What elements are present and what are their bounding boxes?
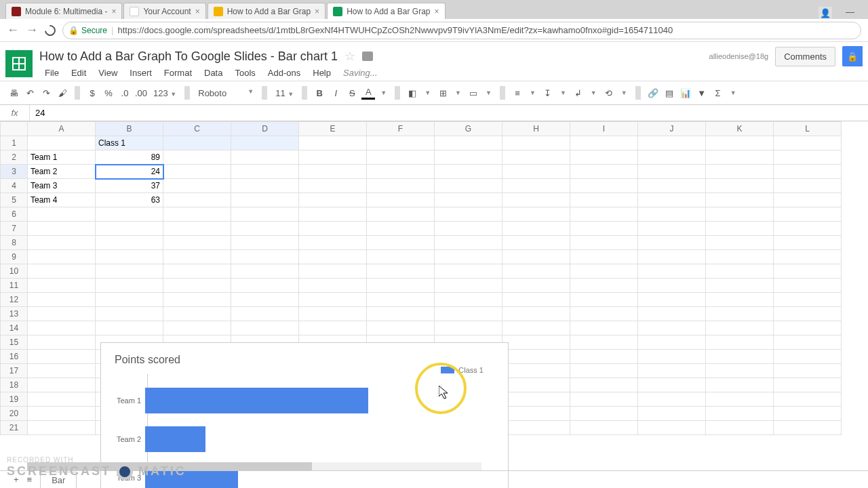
cell-B2[interactable]: 89 bbox=[96, 150, 163, 165]
link-icon[interactable]: 🔗 bbox=[646, 85, 660, 101]
column-header[interactable]: B bbox=[96, 122, 163, 136]
cell-C7[interactable] bbox=[163, 222, 231, 236]
cell-G7[interactable] bbox=[435, 222, 502, 236]
cell-J17[interactable] bbox=[638, 364, 706, 378]
cell-A19[interactable] bbox=[28, 392, 96, 407]
row-header[interactable]: 15 bbox=[1, 336, 28, 350]
cell-G14[interactable] bbox=[435, 321, 502, 336]
cell-L14[interactable] bbox=[774, 321, 842, 336]
cell-G13[interactable] bbox=[435, 307, 502, 321]
cell-B1[interactable]: Class 1 bbox=[96, 136, 163, 150]
cell-F2[interactable] bbox=[367, 150, 435, 165]
row-header[interactable]: 16 bbox=[1, 350, 28, 364]
cell-E14[interactable] bbox=[299, 321, 367, 336]
cell-J21[interactable] bbox=[638, 421, 706, 435]
cell-K13[interactable] bbox=[706, 307, 774, 321]
column-header[interactable]: D bbox=[231, 122, 299, 136]
cell-A16[interactable] bbox=[28, 350, 96, 364]
cell-I5[interactable] bbox=[570, 193, 638, 207]
cell-J11[interactable] bbox=[638, 279, 706, 293]
cell-K18[interactable] bbox=[706, 378, 774, 392]
cell-E13[interactable] bbox=[299, 307, 367, 321]
row-header[interactable]: 10 bbox=[1, 264, 28, 279]
cell-J15[interactable] bbox=[638, 336, 706, 350]
cell-D6[interactable] bbox=[231, 207, 299, 222]
cell-K5[interactable] bbox=[706, 193, 774, 207]
row-header[interactable]: 1 bbox=[1, 136, 28, 150]
cell-K12[interactable] bbox=[706, 293, 774, 307]
cell-G1[interactable] bbox=[435, 136, 502, 150]
cell-B5[interactable]: 63 bbox=[96, 193, 163, 207]
row-header[interactable]: 12 bbox=[1, 293, 28, 307]
cell-I9[interactable] bbox=[570, 250, 638, 264]
cell-K17[interactable] bbox=[706, 364, 774, 378]
cell-I21[interactable] bbox=[570, 421, 638, 435]
cell-J5[interactable] bbox=[638, 193, 706, 207]
row-header[interactable]: 19 bbox=[1, 392, 28, 407]
cell-A17[interactable] bbox=[28, 364, 96, 378]
cell-I12[interactable] bbox=[570, 293, 638, 307]
cell-L8[interactable] bbox=[774, 236, 842, 250]
cell-L11[interactable] bbox=[774, 279, 842, 293]
cell-J8[interactable] bbox=[638, 236, 706, 250]
cell-K16[interactable] bbox=[706, 350, 774, 364]
cell-J14[interactable] bbox=[638, 321, 706, 336]
menu-file[interactable]: File bbox=[39, 65, 64, 81]
cell-K20[interactable] bbox=[706, 407, 774, 421]
close-icon[interactable]: × bbox=[111, 7, 116, 16]
browser-tab-active[interactable]: How to Add a Bar Grap × bbox=[327, 3, 445, 19]
cell-H3[interactable] bbox=[502, 165, 570, 179]
folder-icon[interactable] bbox=[362, 52, 373, 61]
comments-button[interactable]: Comments bbox=[775, 47, 835, 66]
cell-K8[interactable] bbox=[706, 236, 774, 250]
cell-C3[interactable] bbox=[163, 165, 231, 179]
menu-addons[interactable]: Add-ons bbox=[262, 65, 306, 81]
decrease-decimal-button[interactable]: .0 bbox=[118, 85, 132, 101]
cell-I19[interactable] bbox=[570, 392, 638, 407]
cell-C12[interactable] bbox=[163, 293, 231, 307]
cell-L18[interactable] bbox=[774, 378, 842, 392]
cell-A20[interactable] bbox=[28, 407, 96, 421]
user-icon[interactable]: 👤 bbox=[818, 7, 832, 19]
cell-H2[interactable] bbox=[502, 150, 570, 165]
cell-I1[interactable] bbox=[570, 136, 638, 150]
cell-A10[interactable] bbox=[28, 264, 96, 279]
share-button[interactable]: 🔒 bbox=[842, 46, 863, 66]
cell-A4[interactable]: Team 3 bbox=[28, 179, 96, 193]
cell-E3[interactable] bbox=[299, 165, 367, 179]
back-button[interactable]: ← bbox=[7, 23, 19, 37]
cell-J20[interactable] bbox=[638, 407, 706, 421]
cell-D2[interactable] bbox=[231, 150, 299, 165]
reload-button[interactable] bbox=[43, 22, 58, 38]
cell-B8[interactable] bbox=[96, 236, 163, 250]
cell-G4[interactable] bbox=[435, 179, 502, 193]
url-input[interactable]: 🔒 Secure | https://docs.google.com/sprea… bbox=[62, 22, 861, 39]
font-dropdown[interactable]: Roboto ▼ bbox=[195, 88, 256, 98]
cell-D14[interactable] bbox=[231, 321, 299, 336]
column-header[interactable]: J bbox=[638, 122, 706, 136]
cell-E4[interactable] bbox=[299, 179, 367, 193]
cell-C8[interactable] bbox=[163, 236, 231, 250]
strikethrough-button[interactable]: S bbox=[345, 85, 359, 101]
cell-G10[interactable] bbox=[435, 264, 502, 279]
cell-I13[interactable] bbox=[570, 307, 638, 321]
column-header[interactable]: G bbox=[435, 122, 502, 136]
cell-E1[interactable] bbox=[299, 136, 367, 150]
cell-H14[interactable] bbox=[502, 321, 570, 336]
cell-J16[interactable] bbox=[638, 350, 706, 364]
cell-D8[interactable] bbox=[231, 236, 299, 250]
cell-I15[interactable] bbox=[570, 336, 638, 350]
cell-I2[interactable] bbox=[570, 150, 638, 165]
cell-A2[interactable]: Team 1 bbox=[28, 150, 96, 165]
cell-D11[interactable] bbox=[231, 279, 299, 293]
cell-H19[interactable] bbox=[502, 392, 570, 407]
chevron-down-icon[interactable]: ▼ bbox=[378, 89, 389, 96]
undo-icon[interactable]: ↶ bbox=[23, 85, 37, 101]
formula-input[interactable]: 24 bbox=[30, 108, 45, 118]
column-header[interactable]: E bbox=[299, 122, 367, 136]
cell-K4[interactable] bbox=[706, 179, 774, 193]
cell-K1[interactable] bbox=[706, 136, 774, 150]
cell-A12[interactable] bbox=[28, 293, 96, 307]
row-header[interactable]: 18 bbox=[1, 378, 28, 392]
cell-H20[interactable] bbox=[502, 407, 570, 421]
